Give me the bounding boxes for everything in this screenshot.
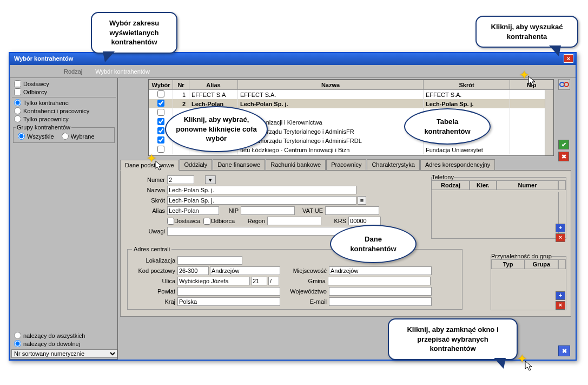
numer-field[interactable]: [167, 175, 194, 184]
grid-scrollbar[interactable]: [545, 90, 553, 155]
miejscowosc-field[interactable]: [329, 266, 432, 275]
sidebar: Dostawcy Odbiorcy Tylko kontrahenci Kont…: [10, 78, 118, 360]
col-nazwa[interactable]: Nazwa: [238, 80, 424, 90]
lokalizacja-field[interactable]: [177, 256, 242, 265]
kraj-field[interactable]: [177, 297, 280, 306]
tab-dane-podstawowe[interactable]: Dane podstawowe: [120, 160, 179, 171]
tab-rachunki[interactable]: Rachunki bankowe: [266, 159, 326, 170]
callout-search: Kliknij, aby wyszukać kontrahenta: [475, 16, 578, 48]
odbiorca-checkbox[interactable]: [203, 218, 210, 225]
callout-select: Kliknij, aby wybrać, ponowne kliknięcie …: [165, 106, 268, 152]
checkbox-dostawcy[interactable]: Dostawcy: [12, 80, 116, 88]
sort-select[interactable]: Nr sortowany numerycznie: [11, 349, 117, 358]
woj-field[interactable]: [329, 287, 432, 296]
kod-field[interactable]: [177, 266, 209, 275]
row-checkbox[interactable]: [157, 118, 164, 125]
window-close-button[interactable]: ×: [564, 54, 573, 63]
tel-col-numer[interactable]: Numer: [497, 180, 558, 190]
callout-close: Kliknij, aby zamknąć okno i przepisać wy…: [388, 318, 518, 360]
tab-dane-finansowe[interactable]: Dane finansowe: [213, 159, 265, 170]
cursor-icon: [528, 76, 537, 87]
poczta-field[interactable]: [210, 266, 280, 275]
main-window: Wybór kontrahentów × Rodzaj Wybór kontra…: [9, 52, 577, 361]
table-row[interactable]: 1EFFECT S.AEFFECT S.A.EFFECT S.A.: [149, 90, 553, 100]
nr-lok-field[interactable]: [268, 277, 279, 285]
nazwa-field[interactable]: [167, 186, 356, 194]
nr-domu-field[interactable]: [251, 277, 267, 285]
grupy-box: Przynależność do grup Typ Grupa: [491, 253, 566, 310]
col-skrot[interactable]: Skrót: [424, 80, 510, 90]
col-wybor[interactable]: Wybór: [149, 80, 173, 90]
grp-add-button[interactable]: +: [556, 291, 565, 300]
nip-field[interactable]: [241, 206, 295, 215]
svg-point-1: [564, 82, 569, 87]
titlebar[interactable]: Wybór kontrahentów ×: [10, 53, 576, 65]
radio-tylko-kontrahenci[interactable]: Tylko kontrahenci: [12, 99, 116, 107]
radio-kontrahenci-pracownicy[interactable]: Kontrahenci i pracownicy: [12, 107, 116, 115]
alias-field[interactable]: [167, 206, 219, 215]
radio-nalezacy-dowolnej[interactable]: należący do dowolnej: [12, 340, 116, 348]
krs-field[interactable]: [348, 217, 381, 225]
tab-adres-koresp[interactable]: Adres korespondencyjny: [420, 159, 495, 170]
tel-add-button[interactable]: +: [556, 224, 565, 232]
row-checkbox[interactable]: [157, 90, 164, 97]
adres-fieldset: Adres centrali Lokalizacja Kod pocztowyM…: [127, 246, 463, 310]
row-checkbox[interactable]: [157, 127, 164, 134]
cursor-icon: [525, 361, 533, 371]
row-checkbox[interactable]: [157, 136, 164, 143]
radio-nalezacy-wszystkich[interactable]: należący do wszystkich: [12, 331, 116, 340]
tel-col-rodzaj[interactable]: Rodzaj: [432, 180, 470, 190]
dostawca-checkbox[interactable]: [167, 218, 174, 225]
callout-range: Wybór zakresu wyświetlanych kontrahentów: [91, 12, 177, 54]
telefony-box: Telefony Rodzaj Kier. Numer: [431, 174, 566, 239]
tel-del-button[interactable]: ×: [556, 233, 565, 242]
svg-point-0: [560, 82, 564, 87]
cursor-icon: [155, 160, 163, 171]
tab-charakterystyka[interactable]: Charakterystyka: [367, 159, 419, 170]
grid-side-buttons: ✔ ✖: [558, 140, 569, 161]
window-title: Wybór kontrahentów: [14, 55, 73, 62]
tab-oddzialy[interactable]: Oddziały: [180, 159, 213, 170]
tab-pracownicy[interactable]: Pracownicy: [326, 159, 366, 170]
col-nr[interactable]: Nr: [173, 80, 189, 90]
row-checkbox[interactable]: [157, 109, 164, 116]
radio-wszystkie[interactable]: Wszystkie Wybrane: [16, 132, 112, 140]
row-checkbox[interactable]: [157, 100, 164, 107]
fieldset-grupy: Grupy kontrahentów Wszystkie Wybrane: [13, 124, 115, 143]
rodzaj-label: Rodzaj: [64, 68, 82, 75]
subheader-title: Wybór kontrahentów: [95, 68, 150, 75]
skrot-expand-button[interactable]: ≡: [358, 196, 366, 205]
email-field[interactable]: [329, 297, 432, 306]
binoculars-icon: [559, 80, 569, 88]
numer-lookup-button[interactable]: ▾: [205, 175, 216, 184]
grp-col-typ[interactable]: Typ: [491, 259, 525, 269]
subheader: Rodzaj Wybór kontrahentów: [10, 65, 576, 78]
close-transfer-button[interactable]: ✖: [558, 345, 570, 356]
grp-del-button[interactable]: ×: [556, 301, 565, 310]
row-checkbox[interactable]: [157, 146, 164, 153]
vatue-field[interactable]: [325, 206, 379, 215]
callout-data: Dane kontrahentów: [330, 225, 417, 263]
search-button[interactable]: [558, 79, 570, 90]
grid-confirm-button[interactable]: ✔: [558, 140, 569, 149]
tel-col-kier[interactable]: Kier.: [470, 180, 497, 190]
callout-table: Tabela kontrahentów: [404, 108, 491, 145]
gmina-field[interactable]: [328, 277, 431, 285]
skrot-field[interactable]: [167, 196, 356, 205]
radio-tylko-pracownicy[interactable]: Tylko pracownicy: [12, 115, 116, 123]
regon-field[interactable]: [267, 217, 321, 225]
col-alias[interactable]: Alias: [189, 80, 238, 90]
checkbox-odbiorcy[interactable]: Odbiorcy: [12, 88, 116, 96]
grp-col-grupa[interactable]: Grupa: [525, 259, 558, 269]
powiat-field[interactable]: [177, 287, 280, 296]
ulica-field[interactable]: [177, 277, 250, 285]
